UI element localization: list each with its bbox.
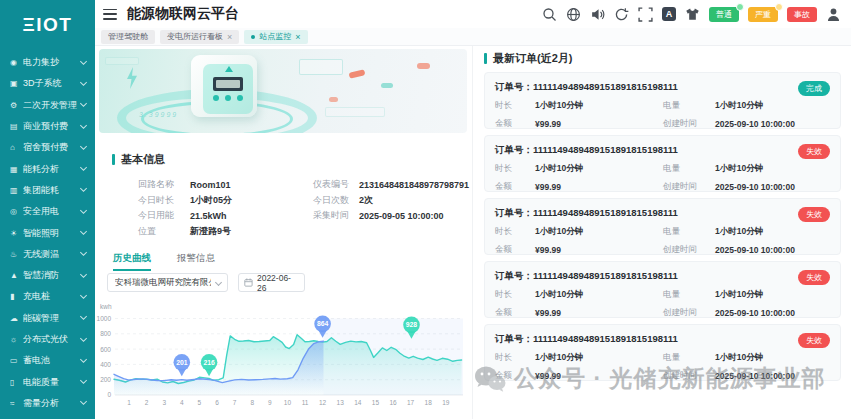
order-card[interactable]: 订单号：1111149489489151891815198111失效时长1小时1… — [484, 261, 841, 318]
order-row: 金额¥99.99创建时间2025-09-10 10:00:00 — [495, 181, 830, 193]
field-label: 电量 — [663, 163, 715, 175]
info-label: 今日次数 — [313, 194, 359, 207]
sidebar-item-智能照明[interactable]: ☀智能照明 — [0, 222, 95, 243]
sidebar-item-label: 充电桩 — [23, 290, 81, 303]
close-icon[interactable]: × — [295, 30, 300, 44]
tab-history-curve[interactable]: 历史曲线 — [113, 252, 151, 271]
refresh-icon[interactable] — [614, 7, 629, 22]
field-label: 创建时间 — [663, 244, 715, 256]
order-row: 金额¥99.99创建时间2025-09-10 10:00:00 — [495, 118, 830, 130]
info-value: Room101 — [190, 180, 231, 190]
font-size-icon[interactable]: A — [662, 7, 676, 21]
demand-analysis-icon: ≈ — [10, 399, 23, 408]
field-value: 1小时10分钟 — [535, 352, 663, 364]
field-value: ¥99.99 — [535, 182, 663, 192]
field-label: 创建时间 — [663, 307, 715, 319]
chevron-down-icon — [80, 207, 87, 214]
app-root: ΞIOT ◉电力集抄▣3D子系统⚙二次开发管理▤商业预付费⌂宿舍预付费▦能耗分析… — [0, 0, 851, 419]
tab-dashboard[interactable]: 管理驾驶舱 — [101, 30, 155, 44]
sidebar-item-label: 宿舍预付费 — [23, 141, 81, 154]
sidebar-item-无线测温[interactable]: ♨无线测温 — [0, 244, 95, 265]
sidebar-item-label: 安全用电 — [23, 205, 81, 218]
fire-icon: ▲ — [10, 271, 23, 280]
topbar: 能源物联网云平台 A 普通 严重 事故 — [95, 0, 851, 28]
language-icon[interactable] — [566, 7, 581, 22]
user-icon[interactable] — [826, 7, 841, 22]
sidebar-item-能耗分析[interactable]: ▦能耗分析 — [0, 158, 95, 179]
order-number: 订单号：1111149489489151891815198111 — [495, 333, 830, 346]
field-label: 金额 — [495, 244, 535, 256]
menu-toggle-icon[interactable] — [103, 9, 117, 20]
sidebar-item-能碳管理[interactable]: ☁能碳管理 — [0, 308, 95, 329]
tab-substation-board[interactable]: 变电所运行看板× — [160, 30, 239, 44]
info-value: 2次 — [359, 194, 373, 207]
field-label: 金额 — [495, 370, 535, 382]
sidebar-item-集团能耗[interactable]: ▥集团能耗 — [0, 180, 95, 201]
sidebar-item-智慧消防[interactable]: ▲智慧消防 — [0, 265, 95, 286]
order-row: 时长1小时10分钟电量1小时10分钟 — [495, 289, 830, 301]
logo: ΞIOT — [0, 0, 95, 50]
order-card[interactable]: 订单号：1111149489489151891815198111完成时长1小时1… — [484, 72, 841, 129]
info-value: 新澄路9号 — [190, 225, 231, 238]
status-badge: 失效 — [798, 270, 830, 285]
orders-title: 最新订单(近2月) — [484, 51, 572, 66]
order-card[interactable]: 订单号：1111149489489151891815198111失效时长1小时1… — [484, 324, 841, 381]
order-card[interactable]: 订单号：1111149489489151891815198111失效时长1小时1… — [484, 198, 841, 255]
basic-info-title: 基本信息 — [112, 152, 165, 167]
svg-text:200: 200 — [100, 376, 111, 383]
order-row: 时长1小时10分钟电量1小时10分钟 — [495, 163, 830, 175]
svg-text:kwh: kwh — [100, 303, 112, 310]
theme-icon[interactable] — [685, 7, 700, 22]
field-label: 创建时间 — [663, 118, 715, 130]
cube-3d-icon: ▣ — [10, 79, 23, 88]
order-number-value: 1111149489489151891815198111 — [533, 333, 678, 344]
sidebar-item-安全用电[interactable]: ◎安全用电 — [0, 201, 95, 222]
status-badge: 失效 — [798, 207, 830, 222]
alarm-badge-accident[interactable]: 事故 — [787, 7, 817, 22]
sidebar-item-蓄电池[interactable]: ▭蓄电池 — [0, 350, 95, 371]
close-icon[interactable]: × — [227, 30, 232, 44]
sidebar-item-电力集抄[interactable]: ◉电力集抄 — [0, 52, 95, 73]
chevron-down-icon — [80, 58, 87, 65]
search-icon[interactable] — [542, 7, 557, 22]
home-icon: ⌂ — [10, 143, 23, 152]
info-label: 今日时长 — [138, 194, 190, 207]
info-row: 今日次数2次 — [313, 193, 471, 209]
company-select[interactable]: 安科瑞微电网研究院有限公司 — [107, 273, 228, 292]
alarm-badge-serious[interactable]: 严重 — [748, 7, 778, 22]
order-row: 金额¥99.99创建时间2025-09-10 10:00:00 — [495, 370, 830, 382]
badge-count-bubble — [736, 3, 744, 11]
history-tabs: 历史曲线 报警信息 — [113, 252, 215, 271]
field-label: 电量 — [663, 289, 715, 301]
tab-alarm-info[interactable]: 报警信息 — [177, 252, 215, 271]
svg-text:0: 0 — [107, 391, 111, 398]
sidebar-item-电能质量[interactable]: ▯电能质量 — [0, 371, 95, 392]
sound-icon[interactable] — [590, 7, 605, 22]
info-row: 回路名称Room101 — [138, 177, 308, 193]
safety-icon: ◎ — [10, 207, 23, 216]
analysis-icon: ▦ — [10, 165, 23, 174]
solar-pv-icon: ☼ — [10, 335, 23, 344]
chevron-down-icon — [80, 121, 87, 128]
order-number-value: 1111149489489151891815198111 — [533, 270, 678, 281]
sidebar-item-充电桩[interactable]: ▮充电桩 — [0, 286, 95, 307]
lightning-icon — [127, 67, 137, 89]
svg-text:864: 864 — [317, 320, 329, 327]
order-card[interactable]: 订单号：1111149489489151891815198111失效时长1小时1… — [484, 135, 841, 192]
sidebar-item-宿舍预付费[interactable]: ⌂宿舍预付费 — [0, 137, 95, 158]
sidebar-item-3D子系统[interactable]: ▣3D子系统 — [0, 73, 95, 94]
order-row: 时长1小时10分钟电量1小时10分钟 — [495, 226, 830, 238]
lighting-icon: ☀ — [10, 229, 23, 238]
sidebar-item-二次开发管理[interactable]: ⚙二次开发管理 — [0, 95, 95, 116]
field-label: 时长 — [495, 226, 535, 238]
field-label: 创建时间 — [663, 370, 715, 382]
sidebar-item-分布式光伏[interactable]: ☼分布式光伏 — [0, 329, 95, 350]
sidebar-item-商业预付费[interactable]: ▤商业预付费 — [0, 116, 95, 137]
sidebar-item-需量分析[interactable]: ≈需量分析 — [0, 393, 95, 414]
field-value: 1小时10分钟 — [535, 226, 663, 238]
fullscreen-icon[interactable] — [638, 7, 653, 22]
banner-decor-digits: 3.39999 — [139, 111, 179, 118]
tab-site-monitor[interactable]: 站点监控× — [244, 30, 307, 44]
date-picker[interactable]: 2022-06-26 — [238, 273, 305, 292]
alarm-badge-normal[interactable]: 普通 — [709, 7, 739, 22]
